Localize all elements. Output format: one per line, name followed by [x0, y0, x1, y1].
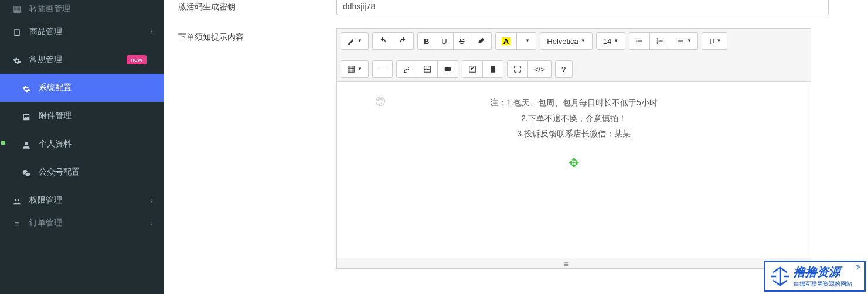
- eraser-button[interactable]: [471, 32, 492, 50]
- sidebar-item-label: 订单管理: [29, 218, 150, 228]
- font-color-button[interactable]: A: [495, 32, 517, 50]
- gear-icon: [21, 83, 32, 93]
- fullscreen-button[interactable]: [507, 60, 528, 78]
- font-size-dropdown[interactable]: 14▼: [596, 32, 625, 50]
- chevron-left-icon: ‹: [150, 28, 152, 35]
- user-icon: [21, 139, 32, 149]
- resize-grip-icon[interactable]: ≡: [557, 261, 574, 267]
- horizontal-rule-button[interactable]: —: [372, 60, 393, 78]
- svg-point-1: [377, 99, 379, 101]
- content-line-3: 3.投诉反馈联系店长微信：某某: [384, 126, 764, 142]
- caret-down-icon: ▼: [525, 39, 530, 43]
- editor-statusbar: ≡: [337, 258, 811, 268]
- caret-down-icon: ▼: [614, 39, 618, 43]
- content-line-1: 注：1.包天、包周、包月每日时长不低于5小时: [384, 95, 764, 111]
- file-button[interactable]: [483, 60, 503, 78]
- content-line-2: 2.下单不退不换，介意慎拍！: [384, 111, 764, 127]
- sidebar-item-label: 系统配置: [39, 83, 152, 93]
- editor-content-area[interactable]: 注：1.包天、包周、包月每日时长不低于5小时 2.下单不退不换，介意慎拍！ 3.…: [337, 82, 811, 258]
- move-handle-icon[interactable]: ✥: [384, 151, 764, 176]
- watermark-subtitle: 白嫖互联网资源的网站: [794, 280, 852, 288]
- underline-button[interactable]: U: [435, 32, 453, 50]
- chevron-left-icon: ‹: [150, 220, 152, 227]
- book-icon: [12, 26, 22, 36]
- indicator-icon: [1, 141, 5, 145]
- sidebar-item-carousel[interactable]: ▦ 转插画管理: [0, 0, 164, 18]
- text-height-dropdown[interactable]: TI▼: [702, 32, 727, 50]
- editor-toolbar: ▼ B U S A: [337, 29, 811, 82]
- field-label: 下单须知提示内容: [178, 28, 336, 47]
- chevron-left-icon: ‹: [150, 197, 152, 204]
- users-icon: [12, 195, 22, 205]
- sidebar-item-label: 商品管理: [29, 26, 150, 37]
- caret-down-icon: ▼: [581, 39, 586, 43]
- sidebar-item-permissions[interactable]: 权限管理 ‹: [0, 186, 164, 214]
- bold-button[interactable]: B: [417, 32, 435, 50]
- activation-key-input[interactable]: [336, 0, 829, 15]
- new-badge: new: [127, 55, 147, 64]
- sidebar-item-products[interactable]: 商品管理 ‹: [0, 18, 164, 46]
- sidebar-item-label: 转插画管理: [29, 4, 152, 14]
- paragraph-dropdown[interactable]: ▼: [670, 32, 698, 50]
- sidebar-item-label: 附件管理: [39, 111, 152, 121]
- font-family-dropdown[interactable]: Helvetica▼: [540, 32, 593, 50]
- table-dropdown[interactable]: ▼: [341, 60, 369, 78]
- grid-icon: ▦: [12, 4, 22, 14]
- list-icon: ≡: [12, 218, 22, 228]
- font-size-value: 14: [603, 37, 611, 45]
- unordered-list-button[interactable]: [629, 32, 650, 50]
- watermark-title: 撸撸资源: [794, 265, 840, 278]
- code-view-button[interactable]: </>: [528, 60, 552, 78]
- form-row-notice: 下单须知提示内容 ▼ B U S: [178, 28, 854, 269]
- video-button[interactable]: [438, 60, 458, 78]
- sidebar-item-label: 个人资料: [39, 139, 152, 149]
- watermark-logo-icon: [770, 266, 790, 286]
- main-content: 激活码生成密钥 下单须知提示内容 ▼: [164, 0, 868, 294]
- sidebar-item-label: 常规管理: [29, 54, 127, 65]
- form-row-key: 激活码生成密钥: [178, 0, 854, 16]
- font-color-dropdown[interactable]: ▼: [517, 32, 536, 50]
- caret-down-icon: ▼: [687, 39, 692, 43]
- palette-icon: [375, 94, 386, 114]
- rich-text-editor: ▼ B U S A: [336, 28, 811, 269]
- sidebar-item-label: 公众号配置: [39, 167, 152, 177]
- sidebar-item-attachments[interactable]: 附件管理: [0, 102, 164, 130]
- attachment-button[interactable]: [462, 60, 483, 78]
- strikethrough-button[interactable]: S: [454, 32, 471, 50]
- sidebar-item-orders[interactable]: ≡ 订单管理 ‹: [0, 214, 164, 232]
- sidebar-item-system-config[interactable]: 系统配置: [0, 74, 164, 102]
- sidebar: ▦ 转插画管理 商品管理 ‹ 常规管理 new 系统配置: [0, 0, 164, 294]
- watermark: 撸撸资源 白嫖互联网资源的网站 ®: [764, 261, 866, 292]
- wechat-icon: [21, 167, 32, 177]
- caret-down-icon: ▼: [716, 39, 721, 43]
- gear-icon: [12, 54, 22, 64]
- image-icon: [21, 111, 32, 121]
- sidebar-item-profile[interactable]: 个人资料: [0, 130, 164, 158]
- svg-point-2: [380, 98, 382, 100]
- magic-button[interactable]: ▼: [341, 32, 369, 50]
- link-button[interactable]: [396, 60, 417, 78]
- sidebar-item-wechat[interactable]: 公众号配置: [0, 158, 164, 186]
- undo-button[interactable]: [372, 32, 393, 50]
- redo-button[interactable]: [393, 32, 414, 50]
- help-button[interactable]: ?: [555, 60, 573, 78]
- field-label: 激活码生成密钥: [178, 0, 336, 16]
- sidebar-item-general[interactable]: 常规管理 new: [0, 46, 164, 74]
- caret-down-icon: ▼: [358, 39, 362, 43]
- sidebar-item-label: 权限管理: [29, 195, 150, 206]
- ordered-list-button[interactable]: [650, 32, 670, 50]
- font-family-value: Helvetica: [547, 37, 578, 45]
- picture-button[interactable]: [417, 60, 438, 78]
- svg-point-3: [382, 99, 383, 101]
- caret-down-icon: ▼: [358, 67, 362, 71]
- registered-icon: ®: [856, 264, 860, 270]
